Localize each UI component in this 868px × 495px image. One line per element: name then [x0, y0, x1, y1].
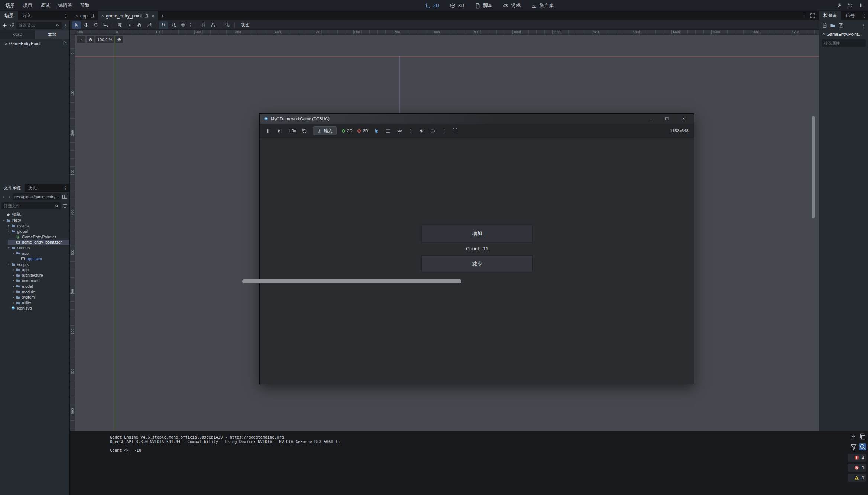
- search-log-icon[interactable]: [859, 443, 866, 450]
- inspector-dock-menu-icon[interactable]: ⋮: [862, 13, 867, 19]
- node-snap-button[interactable]: [169, 21, 178, 29]
- node-type-icon[interactable]: [385, 128, 391, 134]
- build-icon[interactable]: [836, 2, 843, 9]
- tree-arrow-icon[interactable]: ▾: [12, 251, 16, 255]
- scale-tool-button[interactable]: [101, 21, 110, 29]
- select-tool-button[interactable]: [72, 21, 81, 29]
- tree-arrow-icon[interactable]: ▸: [12, 274, 16, 277]
- warning-count-badge[interactable]: 0: [848, 474, 866, 482]
- scene-tab-app[interactable]: ○ app: [72, 11, 98, 20]
- debug-3d-toggle[interactable]: 3D: [357, 128, 368, 133]
- list-select-button[interactable]: [116, 21, 124, 29]
- canvas-2d[interactable]: ⊖ 100.0 % ⊕ MyGFrameworkGame (DEBUG) – ×…: [75, 35, 819, 431]
- tab-inspector[interactable]: 检查器: [819, 11, 841, 20]
- fs-item-system[interactable]: ▸system: [0, 294, 69, 300]
- fs-item-scripts[interactable]: ▾scripts: [0, 261, 69, 267]
- unlock-button[interactable]: [208, 21, 217, 29]
- current-path[interactable]: res://global/game_entry_p: [13, 193, 61, 200]
- reload-icon[interactable]: [847, 2, 854, 9]
- vertical-scrollbar[interactable]: [812, 116, 815, 218]
- tree-arrow-icon[interactable]: ▸: [12, 296, 16, 299]
- animation-key-button[interactable]: [223, 21, 232, 29]
- fs-item-res[interactable]: ▾res://: [0, 218, 69, 223]
- instance-scene-icon[interactable]: [9, 22, 15, 29]
- selection-options-icon[interactable]: ⋮: [408, 128, 413, 134]
- filter-files-input[interactable]: 筛选文件: [1, 202, 61, 209]
- tree-arrow-icon[interactable]: ▸: [12, 301, 16, 305]
- add-node-icon[interactable]: [1, 22, 8, 29]
- workspace-3D[interactable]: 3D: [450, 3, 464, 9]
- tree-arrow-icon[interactable]: ▸: [12, 279, 16, 282]
- fs-item-[interactable]: 收藏:: [0, 212, 69, 218]
- grid-snap-button[interactable]: [178, 21, 187, 29]
- new-scene-tab-button[interactable]: +: [158, 11, 167, 20]
- fs-item-app-tscn[interactable]: app.tscn: [0, 256, 69, 261]
- horizontal-scrollbar[interactable]: [242, 279, 461, 283]
- fs-item-game-entry-point-tscn[interactable]: game_entry_point.tscn: [0, 240, 69, 245]
- fs-item-model[interactable]: ▸model: [0, 283, 69, 289]
- camera-override-icon[interactable]: [430, 128, 436, 134]
- scene-dock-menu-icon[interactable]: ⋮: [63, 13, 68, 19]
- tab-list-menu-icon[interactable]: ⋮: [801, 13, 807, 19]
- inspector-extra-icon[interactable]: ⋮: [861, 23, 866, 28]
- fs-item-global[interactable]: ▾global: [0, 228, 69, 234]
- tree-arrow-icon[interactable]: ▾: [7, 246, 11, 250]
- tab-scene-dock[interactable]: 场景: [0, 11, 18, 20]
- workspace-2D[interactable]: 2D: [425, 3, 439, 9]
- distraction-free-icon[interactable]: [810, 13, 816, 19]
- workspace-脚本[interactable]: 脚本: [475, 3, 492, 9]
- visibility-icon[interactable]: [396, 128, 403, 134]
- pivot-tool-button[interactable]: [125, 21, 134, 29]
- fs-item-app[interactable]: ▸app: [0, 267, 69, 273]
- pan-tool-button[interactable]: [135, 21, 144, 29]
- fs-item-utility[interactable]: ▸utility: [0, 300, 69, 306]
- move-tool-button[interactable]: [82, 21, 91, 29]
- fs-item-scenes[interactable]: ▾scenes: [0, 245, 69, 251]
- camera-options-icon[interactable]: ⋮: [441, 128, 447, 134]
- fs-item-gameentrypoint-cs[interactable]: GameEntryPoint.cs: [0, 234, 69, 240]
- pause-icon[interactable]: [858, 2, 864, 9]
- increase-button[interactable]: 增加: [421, 224, 533, 243]
- filter-nodes-input[interactable]: 筛选节点: [16, 22, 62, 29]
- menu-项目[interactable]: 项目: [19, 0, 36, 11]
- fs-item-assets[interactable]: ▸assets: [0, 223, 69, 229]
- sort-files-icon[interactable]: [62, 203, 68, 209]
- tab-filesystem[interactable]: 文件系统: [0, 184, 25, 192]
- fs-item-architecture[interactable]: ▸architecture: [0, 273, 69, 278]
- zoom-out-button[interactable]: ⊖: [87, 36, 94, 43]
- embed-fullscreen-icon[interactable]: [452, 128, 458, 134]
- tab-remote[interactable]: 远程: [0, 30, 35, 39]
- menu-编辑器[interactable]: 编辑器: [54, 0, 76, 11]
- menu-调试[interactable]: 调试: [36, 0, 54, 11]
- collapse-duplicates-icon[interactable]: [850, 443, 857, 450]
- speed-dropdown[interactable]: 1.0x: [288, 128, 296, 133]
- scene-tree-root-node[interactable]: ○ GameEntryPoint: [0, 39, 69, 48]
- error-count-badge[interactable]: 0: [848, 464, 866, 472]
- tree-arrow-icon[interactable]: ▸: [12, 290, 16, 293]
- tab-signals[interactable]: 信号: [841, 11, 859, 20]
- fs-item-app[interactable]: ▾app: [0, 251, 69, 256]
- forward-icon[interactable]: ›: [7, 194, 12, 199]
- view-menu-button[interactable]: 视图: [237, 22, 253, 28]
- tab-local[interactable]: 本地: [35, 30, 70, 39]
- filter-properties-input[interactable]: 筛选属性: [822, 39, 866, 47]
- new-resource-icon[interactable]: [822, 22, 828, 29]
- minimize-button[interactable]: –: [650, 117, 652, 121]
- zoom-level[interactable]: 100.0 %: [95, 36, 114, 43]
- tab-history[interactable]: 历史: [25, 184, 41, 192]
- pause-game-icon[interactable]: [265, 128, 271, 134]
- input-mode-button[interactable]: 输入: [313, 126, 337, 135]
- vertical-ruler[interactable]: 0100200300400500600700800900: [70, 35, 75, 431]
- debug-2d-toggle[interactable]: 2D: [342, 128, 353, 133]
- fs-item-module[interactable]: ▸module: [0, 289, 69, 294]
- copy-log-icon[interactable]: [859, 433, 866, 440]
- filesystem-menu-icon[interactable]: ⋮: [63, 185, 68, 191]
- snap-options-icon[interactable]: ⋮: [188, 22, 193, 28]
- save-resource-icon[interactable]: [838, 22, 844, 29]
- close-tab-icon[interactable]: ×: [152, 13, 155, 19]
- maximize-button[interactable]: [665, 116, 670, 121]
- tree-arrow-icon[interactable]: ▾: [7, 229, 11, 233]
- open-script-icon[interactable]: [62, 41, 67, 46]
- next-frame-icon[interactable]: [276, 128, 283, 134]
- ruler-tool-button[interactable]: [145, 21, 153, 29]
